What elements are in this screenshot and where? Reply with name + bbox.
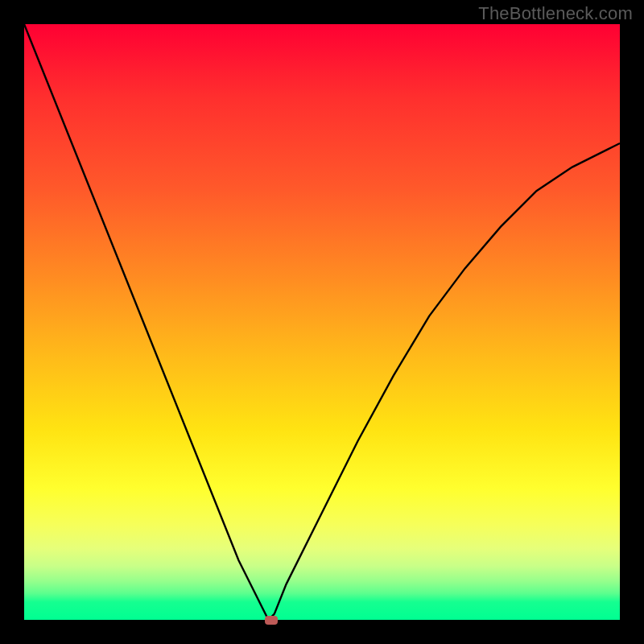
optimum-marker [265,616,278,625]
bottleneck-curve [24,24,620,620]
watermark-text: TheBottleneck.com [478,3,633,24]
plot-area [24,24,620,620]
curve-svg [24,24,620,620]
chart-frame: TheBottleneck.com [0,0,644,644]
